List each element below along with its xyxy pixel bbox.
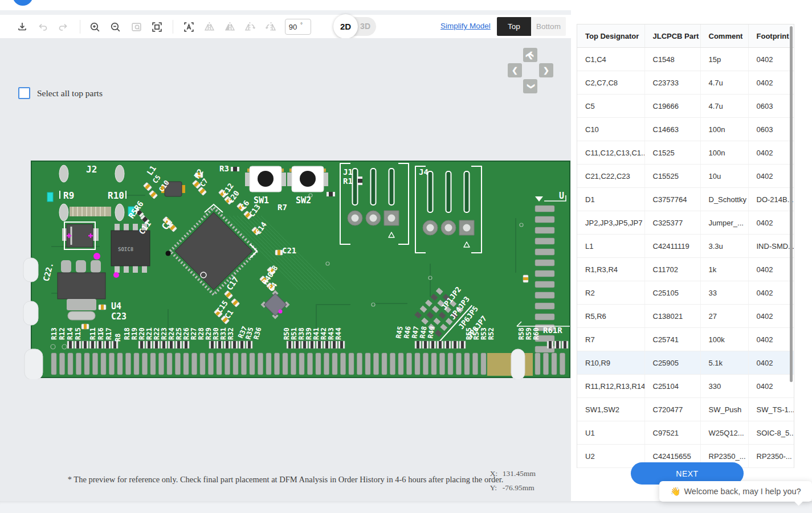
rotation-input[interactable] <box>285 23 300 31</box>
bom-row[interactable]: D1C3757764D_SchottkyDO-214B... <box>577 188 794 211</box>
view-2d-button[interactable]: 2D <box>333 14 358 39</box>
bom-row[interactable]: R2C25105330402 <box>577 281 794 305</box>
bom-row[interactable]: JP2,JP3,JP5,JP7C325377Jumper_...0402 <box>577 211 794 235</box>
site-logo[interactable] <box>13 0 33 6</box>
col-jlcpcb-part[interactable]: JLCPCB Part # <box>644 24 700 48</box>
pan-down-button[interactable]: ❮ <box>523 79 537 93</box>
bom-row[interactable]: C5C196664.7u0603 <box>577 95 794 118</box>
switch-sw2 <box>287 166 328 192</box>
undo-icon[interactable] <box>35 19 50 34</box>
chat-widget[interactable]: 👋 Welcome back, may I help you? <box>659 481 812 502</box>
coord-x: X:131.45mm <box>490 466 536 481</box>
bom-row[interactable]: C1,C4C154815p0402 <box>577 48 794 71</box>
svg-text:R44: R44 <box>334 327 342 340</box>
col-top-designator[interactable]: Top Designator <box>577 24 644 48</box>
bom-row[interactable]: C10C14663100n0603 <box>577 118 794 141</box>
bom-row[interactable]: R7C25741100k0402 <box>577 328 794 351</box>
svg-text:R16: R16 <box>97 327 105 340</box>
rotate-cw-icon[interactable] <box>263 19 278 34</box>
switch-sw1 <box>245 166 286 192</box>
svg-text:R1: R1 <box>343 177 353 186</box>
svg-text:R8: R8 <box>114 334 122 342</box>
cursor-coordinates: X:131.45mm Y:-76.95mm <box>490 466 536 495</box>
simplify-model-link[interactable]: Simplify Model <box>440 22 491 30</box>
svg-text:R7: R7 <box>278 203 287 212</box>
bom-row[interactable]: L1C424111193.3uIND-SMD... <box>577 235 794 258</box>
svg-text:R61R: R61R <box>543 326 562 335</box>
degree-symbol: ° <box>300 22 303 28</box>
preview-footnote: * The preview for reference only. Check … <box>0 475 571 485</box>
pan-right-button[interactable]: ❯ <box>539 63 553 77</box>
svg-text:R24: R24 <box>168 327 176 340</box>
svg-text:R28: R28 <box>197 327 205 340</box>
svg-text:R17: R17 <box>105 327 113 340</box>
bom-row[interactable]: C11,C12,C13,C1...C1525100n0402 <box>577 141 794 165</box>
rotate-ccw-icon[interactable] <box>243 19 258 34</box>
diode-d1 <box>62 222 99 249</box>
svg-text:R3: R3 <box>219 164 229 173</box>
select-all-checkbox[interactable] <box>18 87 30 99</box>
svg-text:R19: R19 <box>130 327 138 340</box>
svg-text:J1: J1 <box>343 167 353 177</box>
fit-view-icon[interactable] <box>149 19 164 34</box>
teal-component <box>47 192 53 202</box>
svg-text:R13: R13 <box>50 327 58 340</box>
pcb-board[interactable]: J2R9R10C22.R5R6C11C2L1C5C10R2C7C12C20C6C… <box>23 159 573 379</box>
svg-text:R25: R25 <box>175 327 183 340</box>
svg-text:J4: J4 <box>419 167 429 177</box>
pan-up-button[interactable]: ❮❮ <box>523 48 537 62</box>
svg-text:R41: R41 <box>312 327 320 340</box>
svg-text:U: U <box>559 191 564 201</box>
magenta-dot <box>93 253 100 260</box>
zoom-out-icon[interactable] <box>108 19 123 34</box>
col-comment[interactable]: Comment <box>700 24 748 48</box>
view-mode-toggle[interactable]: 2D 3D <box>335 17 376 36</box>
svg-text:R27: R27 <box>190 327 198 340</box>
svg-text:R31: R31 <box>219 327 227 340</box>
toolbar-divider <box>80 20 80 34</box>
bom-row[interactable]: C21,C22,C23C1552510u0402 <box>577 165 794 188</box>
svg-text:R42: R42 <box>320 327 328 340</box>
bom-row[interactable]: R10,R9C259055.1k0402 <box>577 351 794 375</box>
zoom-window-icon[interactable] <box>129 19 144 34</box>
board-side-toggle[interactable]: Top Bottom <box>497 17 566 36</box>
side-bottom-button[interactable]: Bottom <box>531 17 566 36</box>
view-3d-button[interactable]: 3D <box>360 22 370 31</box>
bom-row[interactable]: SW1,SW2C720477SW_PushSW_TS-1... <box>577 398 794 421</box>
chat-message: Welcome back, may I help you? <box>684 487 801 496</box>
table-scrollbar[interactable] <box>790 26 793 382</box>
toolbar: ° 2D 3D Simplify Model Top Bottom <box>0 15 571 38</box>
svg-text:SW1: SW1 <box>254 195 269 206</box>
download-icon[interactable] <box>15 19 30 34</box>
col-footprint[interactable]: Footprint <box>748 24 794 48</box>
rotation-input-box: ° <box>285 19 311 35</box>
bom-row[interactable]: R5,R6C138021270402 <box>577 305 794 328</box>
pan-left-button[interactable]: ❮ <box>508 63 522 77</box>
bom-row[interactable]: C2,C7,C8C237334.7u0402 <box>577 71 794 95</box>
mirror-vertical-icon[interactable] <box>222 19 237 34</box>
svg-text:R21: R21 <box>145 327 153 340</box>
bom-panel: Top Designator JLCPCB Part # Comment Foo… <box>571 0 812 501</box>
header-gap <box>0 10 571 15</box>
svg-text:R43: R43 <box>327 327 335 340</box>
svg-text:R60: R60 <box>532 327 540 340</box>
pcb-canvas[interactable]: Select all top parts ❮❮ ❮ ❯ ❮ <box>0 38 571 501</box>
coord-y: Y:-76.95mm <box>490 481 536 495</box>
bom-row[interactable]: U1C97521W25Q12...SOIC-8_5... <box>577 421 794 445</box>
magenta-dot <box>279 310 283 314</box>
svg-text:R51: R51 <box>290 327 298 340</box>
svg-text:R10: R10 <box>108 190 124 201</box>
pcb-placement-page: ° 2D 3D Simplify Model Top Bottom Select… <box>0 0 812 513</box>
side-top-button[interactable]: Top <box>497 17 531 36</box>
redo-icon[interactable] <box>56 19 71 34</box>
svg-text:R59: R59 <box>525 327 533 340</box>
svg-text:R32: R32 <box>227 327 235 340</box>
bom-header-row: Top Designator JLCPCB Part # Comment Foo… <box>577 24 794 48</box>
bom-row[interactable]: R1,R3,R4C117021k0402 <box>577 258 794 281</box>
zoom-in-icon[interactable] <box>87 19 102 34</box>
svg-text:SOIC8: SOIC8 <box>118 247 133 252</box>
bom-row[interactable]: R11,R12,R13,R14...C251043300402 <box>577 375 794 398</box>
svg-text:R22: R22 <box>153 327 161 340</box>
mirror-horizontal-icon[interactable] <box>202 19 217 34</box>
select-text-icon[interactable] <box>181 19 196 34</box>
